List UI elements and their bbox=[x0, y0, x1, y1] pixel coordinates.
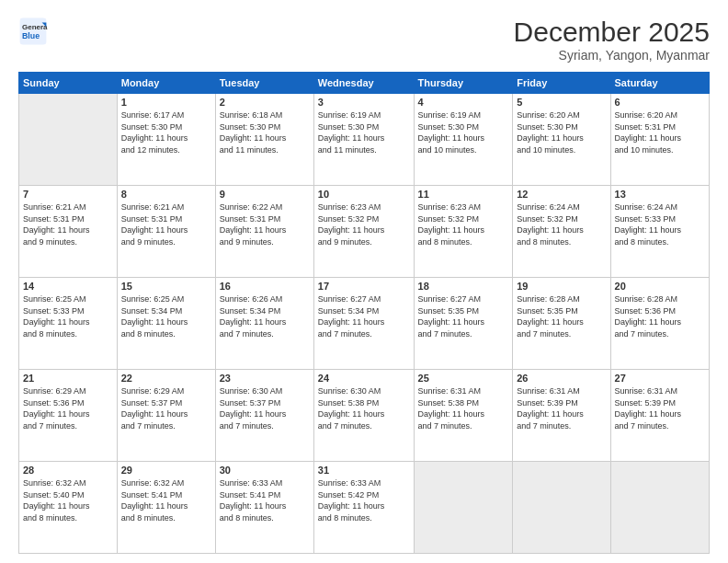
svg-text:Blue: Blue bbox=[22, 31, 40, 40]
day-number: 11 bbox=[418, 189, 509, 200]
calendar-cell: 14Sunrise: 6:25 AMSunset: 5:33 PMDayligh… bbox=[19, 278, 118, 370]
day-number: 1 bbox=[121, 97, 211, 108]
day-info: Sunrise: 6:19 AMSunset: 5:30 PMDaylight:… bbox=[418, 109, 509, 155]
calendar-cell: 2Sunrise: 6:18 AMSunset: 5:30 PMDaylight… bbox=[215, 94, 313, 186]
calendar-cell: 20Sunrise: 6:28 AMSunset: 5:36 PMDayligh… bbox=[610, 278, 709, 370]
day-info: Sunrise: 6:21 AMSunset: 5:31 PMDaylight:… bbox=[23, 201, 113, 247]
calendar-cell bbox=[19, 94, 118, 186]
day-info: Sunrise: 6:29 AMSunset: 5:36 PMDaylight:… bbox=[23, 385, 113, 431]
calendar-cell: 10Sunrise: 6:23 AMSunset: 5:32 PMDayligh… bbox=[313, 186, 414, 278]
calendar-week-row: 1Sunrise: 6:17 AMSunset: 5:30 PMDaylight… bbox=[19, 94, 710, 186]
day-info: Sunrise: 6:29 AMSunset: 5:37 PMDaylight:… bbox=[121, 385, 211, 431]
day-info: Sunrise: 6:33 AMSunset: 5:42 PMDaylight:… bbox=[318, 477, 410, 523]
day-number: 26 bbox=[517, 373, 606, 384]
logo-icon: General Blue bbox=[18, 17, 48, 46]
calendar-cell: 17Sunrise: 6:27 AMSunset: 5:34 PMDayligh… bbox=[313, 278, 414, 370]
calendar-cell: 13Sunrise: 6:24 AMSunset: 5:33 PMDayligh… bbox=[610, 186, 709, 278]
svg-text:General: General bbox=[22, 23, 48, 31]
day-number: 20 bbox=[615, 281, 705, 292]
calendar-cell: 9Sunrise: 6:22 AMSunset: 5:31 PMDaylight… bbox=[215, 186, 313, 278]
day-info: Sunrise: 6:28 AMSunset: 5:36 PMDaylight:… bbox=[615, 293, 705, 339]
day-number: 29 bbox=[121, 465, 211, 476]
day-info: Sunrise: 6:25 AMSunset: 5:33 PMDaylight:… bbox=[23, 293, 113, 339]
day-number: 16 bbox=[220, 281, 310, 292]
day-info: Sunrise: 6:24 AMSunset: 5:32 PMDaylight:… bbox=[517, 201, 606, 247]
calendar-cell: 30Sunrise: 6:33 AMSunset: 5:41 PMDayligh… bbox=[215, 462, 313, 554]
calendar-header-thursday: Thursday bbox=[414, 73, 513, 94]
day-info: Sunrise: 6:31 AMSunset: 5:39 PMDaylight:… bbox=[615, 385, 705, 431]
logo: General Blue bbox=[18, 17, 48, 46]
calendar-cell: 18Sunrise: 6:27 AMSunset: 5:35 PMDayligh… bbox=[414, 278, 513, 370]
day-info: Sunrise: 6:32 AMSunset: 5:41 PMDaylight:… bbox=[121, 477, 211, 523]
calendar-cell bbox=[513, 462, 610, 554]
day-info: Sunrise: 6:21 AMSunset: 5:31 PMDaylight:… bbox=[121, 201, 211, 247]
calendar-cell: 24Sunrise: 6:30 AMSunset: 5:38 PMDayligh… bbox=[313, 370, 414, 462]
day-info: Sunrise: 6:31 AMSunset: 5:39 PMDaylight:… bbox=[517, 385, 606, 431]
day-number: 27 bbox=[615, 373, 705, 384]
day-number: 3 bbox=[318, 97, 410, 108]
day-number: 5 bbox=[517, 97, 606, 108]
day-number: 9 bbox=[220, 189, 310, 200]
day-info: Sunrise: 6:23 AMSunset: 5:32 PMDaylight:… bbox=[318, 201, 410, 247]
title-area: December 2025 Syriam, Yangon, Myanmar bbox=[514, 17, 710, 63]
calendar-cell: 6Sunrise: 6:20 AMSunset: 5:31 PMDaylight… bbox=[610, 94, 709, 186]
day-number: 18 bbox=[418, 281, 509, 292]
day-number: 21 bbox=[23, 373, 113, 384]
calendar-week-row: 14Sunrise: 6:25 AMSunset: 5:33 PMDayligh… bbox=[19, 278, 710, 370]
day-number: 4 bbox=[418, 97, 509, 108]
calendar-cell bbox=[414, 462, 513, 554]
calendar-cell: 21Sunrise: 6:29 AMSunset: 5:36 PMDayligh… bbox=[19, 370, 118, 462]
day-number: 10 bbox=[318, 189, 410, 200]
day-info: Sunrise: 6:20 AMSunset: 5:31 PMDaylight:… bbox=[615, 109, 705, 155]
calendar-cell: 7Sunrise: 6:21 AMSunset: 5:31 PMDaylight… bbox=[19, 186, 118, 278]
day-info: Sunrise: 6:27 AMSunset: 5:34 PMDaylight:… bbox=[318, 293, 410, 339]
calendar-cell: 12Sunrise: 6:24 AMSunset: 5:32 PMDayligh… bbox=[513, 186, 610, 278]
day-info: Sunrise: 6:25 AMSunset: 5:34 PMDaylight:… bbox=[121, 293, 211, 339]
calendar-cell: 11Sunrise: 6:23 AMSunset: 5:32 PMDayligh… bbox=[414, 186, 513, 278]
day-number: 7 bbox=[23, 189, 113, 200]
day-number: 12 bbox=[517, 189, 606, 200]
day-number: 25 bbox=[418, 373, 509, 384]
calendar-header-monday: Monday bbox=[117, 73, 215, 94]
day-info: Sunrise: 6:26 AMSunset: 5:34 PMDaylight:… bbox=[220, 293, 310, 339]
calendar-header-friday: Friday bbox=[513, 73, 610, 94]
day-number: 13 bbox=[615, 189, 705, 200]
calendar-cell: 3Sunrise: 6:19 AMSunset: 5:30 PMDaylight… bbox=[313, 94, 414, 186]
day-info: Sunrise: 6:17 AMSunset: 5:30 PMDaylight:… bbox=[121, 109, 211, 155]
calendar-cell: 27Sunrise: 6:31 AMSunset: 5:39 PMDayligh… bbox=[610, 370, 709, 462]
day-info: Sunrise: 6:28 AMSunset: 5:35 PMDaylight:… bbox=[517, 293, 606, 339]
day-number: 23 bbox=[220, 373, 310, 384]
day-number: 19 bbox=[517, 281, 606, 292]
calendar-cell bbox=[610, 462, 709, 554]
calendar-cell: 23Sunrise: 6:30 AMSunset: 5:37 PMDayligh… bbox=[215, 370, 313, 462]
day-number: 31 bbox=[318, 465, 410, 476]
day-info: Sunrise: 6:30 AMSunset: 5:37 PMDaylight:… bbox=[220, 385, 310, 431]
subtitle: Syriam, Yangon, Myanmar bbox=[514, 48, 710, 63]
calendar-cell: 22Sunrise: 6:29 AMSunset: 5:37 PMDayligh… bbox=[117, 370, 215, 462]
day-info: Sunrise: 6:24 AMSunset: 5:33 PMDaylight:… bbox=[615, 201, 705, 247]
day-info: Sunrise: 6:22 AMSunset: 5:31 PMDaylight:… bbox=[220, 201, 310, 247]
day-number: 24 bbox=[318, 373, 410, 384]
day-info: Sunrise: 6:18 AMSunset: 5:30 PMDaylight:… bbox=[220, 109, 310, 155]
calendar-week-row: 7Sunrise: 6:21 AMSunset: 5:31 PMDaylight… bbox=[19, 186, 710, 278]
calendar-cell: 26Sunrise: 6:31 AMSunset: 5:39 PMDayligh… bbox=[513, 370, 610, 462]
day-info: Sunrise: 6:23 AMSunset: 5:32 PMDaylight:… bbox=[418, 201, 509, 247]
calendar-cell: 5Sunrise: 6:20 AMSunset: 5:30 PMDaylight… bbox=[513, 94, 610, 186]
calendar-cell: 8Sunrise: 6:21 AMSunset: 5:31 PMDaylight… bbox=[117, 186, 215, 278]
calendar-header-saturday: Saturday bbox=[610, 73, 709, 94]
calendar-header-wednesday: Wednesday bbox=[313, 73, 414, 94]
day-info: Sunrise: 6:33 AMSunset: 5:41 PMDaylight:… bbox=[220, 477, 310, 523]
day-number: 15 bbox=[121, 281, 211, 292]
day-number: 6 bbox=[615, 97, 705, 108]
day-info: Sunrise: 6:19 AMSunset: 5:30 PMDaylight:… bbox=[318, 109, 410, 155]
day-info: Sunrise: 6:32 AMSunset: 5:40 PMDaylight:… bbox=[23, 477, 113, 523]
day-number: 14 bbox=[23, 281, 113, 292]
calendar-table: SundayMondayTuesdayWednesdayThursdayFrid… bbox=[18, 72, 710, 554]
calendar-cell: 29Sunrise: 6:32 AMSunset: 5:41 PMDayligh… bbox=[117, 462, 215, 554]
day-info: Sunrise: 6:20 AMSunset: 5:30 PMDaylight:… bbox=[517, 109, 606, 155]
header: General Blue December 2025 Syriam, Yango… bbox=[18, 17, 710, 63]
page: General Blue December 2025 Syriam, Yango… bbox=[0, 0, 728, 563]
calendar-cell: 19Sunrise: 6:28 AMSunset: 5:35 PMDayligh… bbox=[513, 278, 610, 370]
calendar-header-row: SundayMondayTuesdayWednesdayThursdayFrid… bbox=[19, 73, 710, 94]
calendar-cell: 15Sunrise: 6:25 AMSunset: 5:34 PMDayligh… bbox=[117, 278, 215, 370]
